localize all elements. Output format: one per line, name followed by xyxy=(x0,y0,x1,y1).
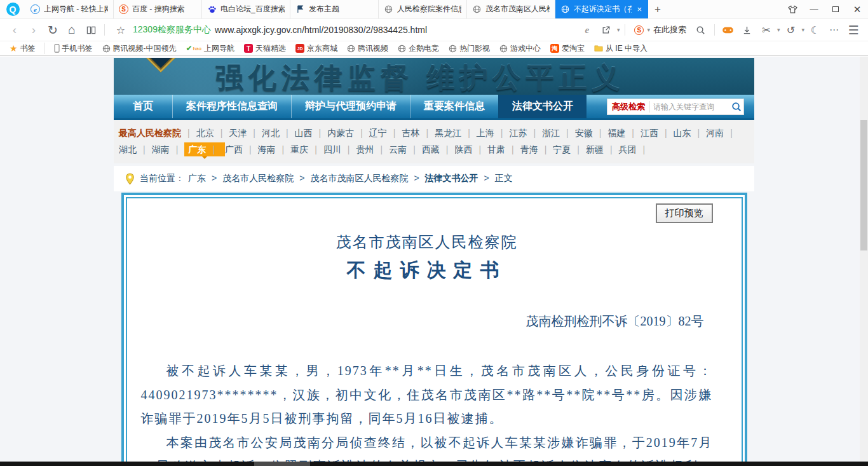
menu-icon[interactable]: ☰ xyxy=(845,22,862,38)
province-link[interactable]: 河南 xyxy=(706,128,739,138)
tab-baidu-sogou[interactable]: S 百度 - 搜狗搜索 xyxy=(114,0,202,18)
history-undo-icon[interactable]: ↺ xyxy=(782,22,799,38)
province-link[interactable]: 吉林 xyxy=(402,128,435,138)
night-mode-moon-icon[interactable]: ☾ xyxy=(807,22,824,38)
site-label[interactable]: 12309检察服务中心 xyxy=(133,24,211,36)
close-tab-icon[interactable]: × xyxy=(635,4,643,14)
bookmark-item[interactable]: 手机书签 xyxy=(51,43,96,54)
province-link[interactable]: 湖北 xyxy=(119,144,152,154)
game-center-icon[interactable] xyxy=(720,22,736,38)
province-link[interactable]: 上海 xyxy=(477,128,510,138)
share-icon[interactable] xyxy=(598,22,614,38)
province-link[interactable]: 重庆 xyxy=(290,144,323,154)
province-link[interactable]: 海南 xyxy=(258,144,291,154)
tab-active-non-prosecution[interactable]: 不起诉决定书（存疑 × xyxy=(555,0,648,18)
search-here-label[interactable]: 在此搜索 xyxy=(653,24,686,36)
province-link[interactable]: 河北 xyxy=(262,128,295,138)
province-link[interactable]: 甘肃 xyxy=(487,144,520,154)
download-icon[interactable] xyxy=(739,22,756,38)
breadcrumb-item[interactable]: 法律文书公开 xyxy=(425,173,495,184)
tab-navigation[interactable]: e 上网导航 - 轻快上网 xyxy=(25,0,114,18)
province-link[interactable]: 陕西 xyxy=(454,144,487,154)
province-link-supreme[interactable]: 最高人民检察院 xyxy=(119,128,196,138)
minimize-button[interactable]: — xyxy=(803,0,825,18)
tab-case-info[interactable]: 人民检察院案件信息 xyxy=(379,0,467,18)
province-link[interactable]: 贵州 xyxy=(356,144,389,154)
nav-item-case-procedure[interactable]: 案件程序性信息查询 xyxy=(172,95,291,118)
bookmark-item[interactable]: JD 京东商城 xyxy=(292,43,341,54)
chevron-down-icon[interactable]: ▾ xyxy=(647,27,650,33)
keyword-search-input[interactable] xyxy=(650,102,729,111)
breadcrumb-item[interactable]: 茂名市人民检察院 xyxy=(222,173,310,184)
nav-item-important-cases[interactable]: 重要案件信息 xyxy=(410,95,498,118)
province-link[interactable]: 浙江 xyxy=(542,128,575,138)
province-link[interactable]: 湖南 xyxy=(152,144,185,154)
chevron-down-icon[interactable]: ▾ xyxy=(617,27,620,33)
bookmarks-root[interactable]: ★ 书签 xyxy=(6,43,39,54)
nav-item-home[interactable]: 首页 xyxy=(114,95,172,118)
breadcrumb-item[interactable]: 茂名市茂南区人民检察院 xyxy=(310,173,424,184)
province-link[interactable]: 云南 xyxy=(389,144,422,154)
refresh-icon[interactable]: ↻ xyxy=(44,22,61,38)
province-link-active[interactable]: 广东 xyxy=(184,142,225,156)
province-link[interactable]: 黑龙江 xyxy=(435,128,477,138)
search-icon[interactable] xyxy=(693,22,709,38)
province-link[interactable]: 安徽 xyxy=(575,128,608,138)
province-link[interactable]: 北京 xyxy=(196,128,229,138)
province-link[interactable]: 西藏 xyxy=(422,144,455,154)
nav-item-defense-appointment[interactable]: 辩护与代理预约申请 xyxy=(291,95,410,118)
bookmark-item[interactable]: 从 IE 中导入 xyxy=(591,43,651,54)
screenshot-scissors-icon[interactable]: ✂ xyxy=(758,22,775,38)
address-bar[interactable]: ☆ 12309检察服务中心 www.ajxxgk.jcy.gov.cn/html… xyxy=(110,22,576,38)
advanced-search-link[interactable]: 高级检索 xyxy=(607,101,650,113)
url-text[interactable]: www.ajxxgk.jcy.gov.cn/html/20190830/2/98… xyxy=(215,25,427,35)
home-icon[interactable]: ⌂ xyxy=(64,22,80,38)
province-link[interactable]: 山西 xyxy=(295,128,328,138)
province-link[interactable]: 兵团 xyxy=(619,144,652,154)
bookmark-item[interactable]: 腾讯视频-中国领先 xyxy=(99,43,180,54)
favorite-star-icon[interactable]: ☆ xyxy=(112,22,129,38)
tab-post-topic[interactable]: 发布主题 xyxy=(290,0,379,18)
browser-skin-icon[interactable] xyxy=(782,0,803,18)
bookmark-item[interactable]: T 天猫精选 xyxy=(241,43,289,54)
bookmark-item[interactable]: 热门影视 xyxy=(445,43,493,54)
bookmark-item[interactable]: 腾讯视频 xyxy=(344,43,391,54)
province-link[interactable]: 辽宁 xyxy=(369,128,402,138)
sogou-search-box[interactable]: S ▾ 在此搜索 xyxy=(630,24,690,36)
province-link[interactable]: 青海 xyxy=(520,144,553,154)
bookmark-item[interactable]: 淘 爱淘宝 xyxy=(547,43,588,54)
province-link[interactable]: 江西 xyxy=(641,128,674,138)
province-link[interactable]: 内蒙古 xyxy=(327,128,369,138)
province-link[interactable]: 山东 xyxy=(674,128,707,138)
province-link[interactable]: 福建 xyxy=(607,128,641,138)
province-link[interactable]: 四川 xyxy=(323,144,356,154)
new-tab-button[interactable]: + xyxy=(648,0,667,18)
page-scrollbar[interactable] xyxy=(860,57,868,466)
forward-icon[interactable]: › xyxy=(25,22,42,38)
print-preview-button[interactable]: 打印预览 xyxy=(656,203,713,223)
site-search-bar[interactable]: 高级检索 xyxy=(607,99,744,115)
nav-item-legal-documents[interactable]: 法律文书公开 xyxy=(498,95,587,118)
province-link[interactable]: 新疆 xyxy=(586,144,619,154)
maximize-button[interactable] xyxy=(825,0,846,18)
qq-browser-logo-icon[interactable]: Q xyxy=(0,0,25,18)
reading-mode-icon[interactable] xyxy=(83,22,99,38)
chevron-down-icon[interactable]: ▾ xyxy=(777,27,780,33)
province-link[interactable]: 宁夏 xyxy=(553,144,586,154)
search-icon[interactable] xyxy=(729,102,743,112)
province-link[interactable]: 江苏 xyxy=(509,128,542,138)
bookmark-item[interactable]: 企鹅电竞 xyxy=(395,43,442,54)
back-icon[interactable]: ‹ xyxy=(6,22,23,38)
ie-compat-icon[interactable]: e xyxy=(579,22,595,38)
tab-dianbai-forum[interactable]: 电白论坛_百度搜索 xyxy=(202,0,290,18)
chevron-down-icon[interactable]: ▾ xyxy=(801,27,804,33)
more-options-icon[interactable]: ⋯ xyxy=(826,22,843,38)
scrollbar-thumb[interactable] xyxy=(860,120,867,250)
province-link[interactable]: 天津 xyxy=(229,128,262,138)
close-window-button[interactable]: ✕ xyxy=(846,0,868,18)
bookmark-item[interactable]: 游戏中心 xyxy=(496,43,544,54)
breadcrumb-item[interactable]: 广东 xyxy=(188,173,222,184)
bookmark-item[interactable]: ✔hao 上网导航 xyxy=(183,43,238,54)
tab-maonan-procuratorate[interactable]: 茂名市茂南区人民检 xyxy=(467,0,555,18)
province-link[interactable]: 广西 xyxy=(225,144,258,154)
